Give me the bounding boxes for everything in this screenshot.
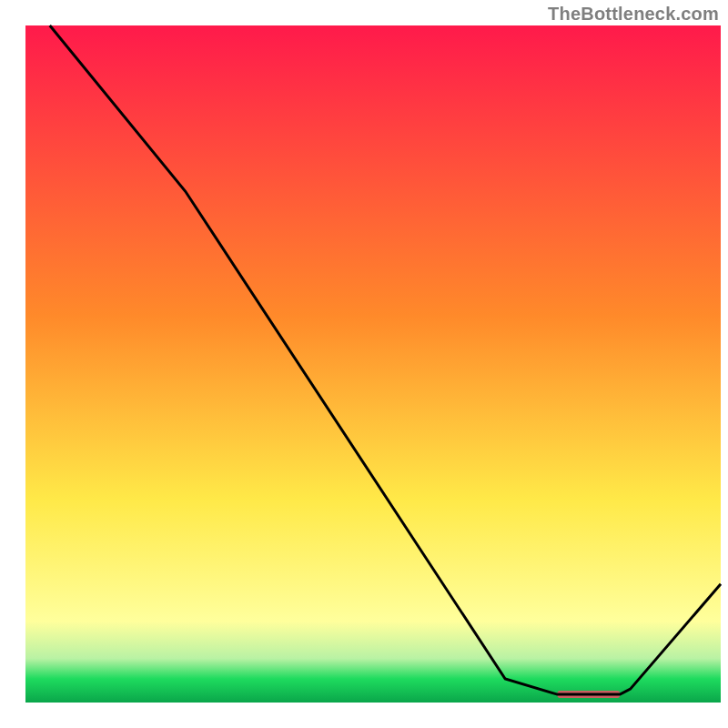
- gradient-background: [25, 25, 721, 703]
- plot-area: [25, 25, 721, 703]
- bottleneck-chart: [0, 0, 728, 728]
- chart-stage: TheBottleneck.com: [0, 0, 728, 728]
- watermark-text: TheBottleneck.com: [548, 4, 719, 25]
